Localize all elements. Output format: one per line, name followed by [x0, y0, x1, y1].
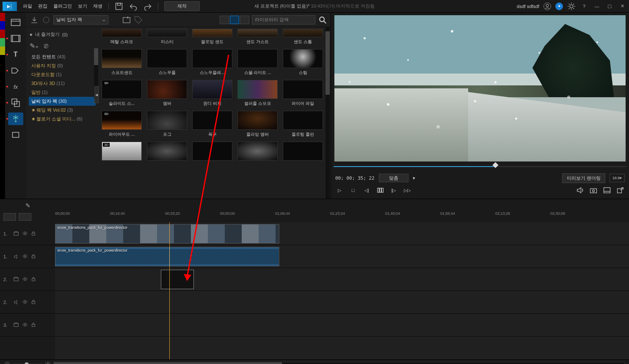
category-item[interactable]: 일반 (1): [29, 88, 96, 97]
category-item[interactable]: 날씨 입자 팩 (30): [29, 97, 96, 106]
thumbnail-item[interactable]: 소프트샌드: [102, 49, 142, 76]
track-header[interactable]: 2.: [0, 291, 55, 314]
tool-transition[interactable]: [8, 64, 23, 77]
timeline-ruler[interactable]: 00;00;0000;16;4000;33;2000;50;0001;06;44…: [55, 211, 625, 222]
timeline-viewmode1-icon[interactable]: [3, 213, 16, 221]
preview-viewport[interactable]: [334, 15, 626, 161]
category-item[interactable]: 모든 컨텐트 (43): [29, 52, 96, 61]
filter-icon[interactable]: [41, 15, 51, 25]
tracks-area[interactable]: snow_transitions_pack_for_powerdirector …: [55, 222, 629, 359]
preview-render-button[interactable]: 미리보기 렌더링: [562, 173, 605, 183]
tool-media[interactable]: [8, 16, 23, 29]
category-item[interactable]: 다운로드함 (1): [29, 70, 96, 79]
menu-file[interactable]: 파일: [23, 3, 32, 9]
thumbnail-item[interactable]: 파이어 파일: [283, 80, 323, 107]
category-item[interactable]: ★블로거 소셜 미디... (6): [29, 115, 96, 123]
tool-title[interactable]: T: [8, 48, 23, 61]
search-icon[interactable]: [318, 15, 327, 25]
track-header[interactable]: 2.: [0, 268, 55, 291]
view-grid-icon[interactable]: [230, 16, 239, 24]
track-header[interactable]: 1.: [0, 222, 55, 245]
redo-icon[interactable]: [143, 2, 152, 11]
tool-audio[interactable]: [8, 129, 23, 141]
minimize-icon[interactable]: —: [593, 2, 601, 11]
lock-icon[interactable]: [30, 276, 36, 283]
play-icon[interactable]: ▷: [335, 186, 344, 194]
view-detail-icon[interactable]: [240, 16, 249, 24]
next-frame-icon[interactable]: |▷: [389, 186, 398, 194]
timeline-hscrollbar[interactable]: [53, 362, 625, 364]
eye-icon[interactable]: [22, 230, 28, 237]
step-icon[interactable]: [376, 186, 384, 194]
eye-icon[interactable]: [22, 299, 28, 306]
thumbnail-item[interactable]: 3D슬라이드 스...: [102, 80, 142, 107]
fast-forward-icon[interactable]: ▷▷: [403, 186, 411, 194]
tool-room[interactable]: [8, 32, 23, 45]
thumbnail-item[interactable]: 플라잉 엠버: [237, 111, 278, 137]
menu-plugin[interactable]: 플러그인: [53, 3, 72, 9]
tag-icon[interactable]: [134, 15, 143, 25]
popout-icon[interactable]: [616, 186, 625, 194]
lock-icon[interactable]: [30, 230, 36, 237]
import-icon[interactable]: [30, 15, 39, 25]
track-header[interactable]: 1.: [0, 245, 55, 268]
user-icon[interactable]: [543, 3, 551, 10]
thumbnail-item[interactable]: 샌드 스톰: [283, 29, 323, 45]
menu-edit[interactable]: 편집: [38, 3, 47, 9]
save-icon[interactable]: [115, 2, 123, 11]
volume-icon[interactable]: [576, 186, 584, 194]
category-item[interactable]: 3D/유사 3D (11): [29, 79, 96, 88]
thumbnail-item[interactable]: [237, 142, 278, 161]
maximize-icon[interactable]: ▢: [605, 2, 614, 11]
eye-icon[interactable]: [22, 276, 28, 283]
thumbnail-item[interactable]: 3D: [102, 142, 142, 161]
thumbnail-item[interactable]: 3D파이어우드 ...: [102, 111, 142, 137]
thumbnail-item[interactable]: 샌드 거스트: [237, 29, 278, 45]
thumbs-scrollbar[interactable]: [326, 27, 330, 199]
thumbnail-item[interactable]: 포그: [147, 111, 187, 137]
tool-particle[interactable]: [8, 112, 23, 125]
thumbnail-item[interactable]: 스노우폴: [147, 49, 187, 76]
search-input[interactable]: 라이브러리 검색: [252, 15, 315, 25]
lock-icon[interactable]: [30, 322, 36, 328]
thumbnail-item[interactable]: 엠버: [147, 80, 187, 107]
thumbnail-item[interactable]: 폭우: [192, 111, 232, 137]
thumbnail-item[interactable]: [147, 142, 187, 161]
fit-dropdown[interactable]: 맞춤: [379, 174, 408, 182]
help-icon[interactable]: ?: [580, 2, 588, 11]
tool-fx[interactable]: fx: [8, 80, 23, 93]
thumbnail-item[interactable]: [283, 142, 323, 161]
view-list-icon[interactable]: [220, 16, 229, 24]
new-folder-icon[interactable]: [122, 15, 131, 25]
category-scrollbar-thumb[interactable]: [94, 48, 98, 65]
chevron-down-icon[interactable]: ▾: [413, 175, 415, 181]
dock-icon[interactable]: [603, 186, 611, 194]
zoom-out-icon[interactable]: −: [4, 361, 10, 364]
lock-icon[interactable]: [30, 299, 36, 306]
produce-button[interactable]: 제작: [164, 1, 200, 11]
scrubber-head-icon[interactable]: [492, 162, 498, 168]
preview-scrubber[interactable]: [334, 163, 626, 170]
thumbnail-item[interactable]: 메탈 스파크: [102, 29, 142, 45]
clip-video-1[interactable]: snow_transitions_pack_for_powerdirector: [55, 224, 279, 244]
stop-icon[interactable]: □: [349, 186, 357, 194]
eye-icon[interactable]: [22, 253, 28, 260]
menu-play[interactable]: 재생: [93, 3, 102, 9]
lock-icon[interactable]: [30, 253, 36, 260]
category-dropdown[interactable]: 날씨 입자 팩 ⌵: [53, 15, 108, 25]
menu-view[interactable]: 보기: [78, 3, 87, 9]
thumbnail-item[interactable]: 스팀: [283, 49, 323, 76]
settings-icon[interactable]: [567, 2, 576, 11]
playhead[interactable]: [169, 222, 170, 359]
thumbnail-item[interactable]: 플로팅 폴런: [283, 111, 323, 137]
category-item[interactable]: ★웨딩 팩 Vol.02 (3): [29, 106, 96, 115]
thumbnail-item[interactable]: 컬러풀 스모크: [237, 80, 278, 107]
thumbnail-item[interactable]: 미스티: [147, 29, 187, 45]
zoom-in-icon[interactable]: +: [45, 361, 51, 364]
notification-icon[interactable]: ✦: [555, 3, 563, 10]
tool-overlay[interactable]: [8, 96, 23, 109]
clip-effect-1[interactable]: [161, 270, 194, 289]
thumbnail-item[interactable]: 블로잉 샌드: [192, 29, 232, 45]
thumbnail-item[interactable]: 스몰 라이트 ...: [237, 49, 278, 76]
snapshot-icon[interactable]: [589, 186, 598, 194]
